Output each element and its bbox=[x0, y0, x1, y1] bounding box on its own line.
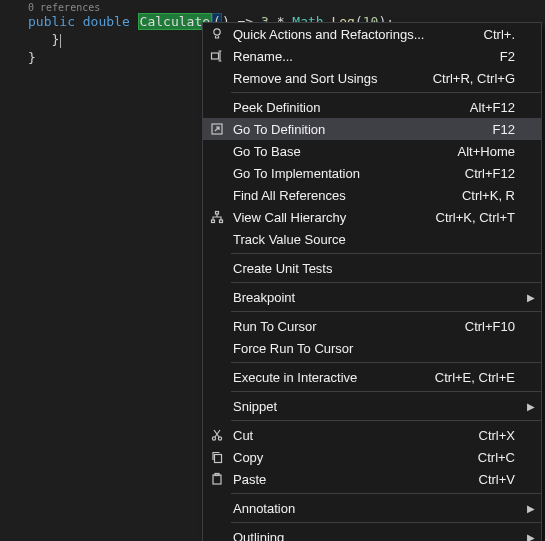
menu-item-find-all-references[interactable]: Find All ReferencesCtrl+K, R bbox=[203, 184, 541, 206]
menu-item-shortcut: Ctrl+K, R bbox=[462, 188, 527, 203]
menu-item-peek-definition[interactable]: Peek DefinitionAlt+F12 bbox=[203, 96, 541, 118]
menu-item-label: Peek Definition bbox=[231, 100, 470, 115]
menu-item-label: Copy bbox=[231, 450, 478, 465]
menu-item-label: Force Run To Cursor bbox=[231, 341, 515, 356]
menu-item-shortcut: Ctrl+R, Ctrl+G bbox=[433, 71, 527, 86]
menu-item-label: Track Value Source bbox=[231, 232, 515, 247]
menu-item-shortcut: Alt+F12 bbox=[470, 100, 527, 115]
menu-item-annotation[interactable]: Annotation▶ bbox=[203, 497, 541, 519]
menu-item-copy[interactable]: CopyCtrl+C bbox=[203, 446, 541, 468]
menu-item-label: Breakpoint bbox=[231, 290, 515, 305]
menu-separator bbox=[231, 391, 541, 392]
menu-item-paste[interactable]: PasteCtrl+V bbox=[203, 468, 541, 490]
menu-item-label: Rename... bbox=[231, 49, 500, 64]
svg-point-0 bbox=[214, 29, 220, 35]
menu-item-shortcut: Ctrl+E, Ctrl+E bbox=[435, 370, 527, 385]
menu-separator bbox=[231, 282, 541, 283]
menu-item-shortcut: Ctrl+K, Ctrl+T bbox=[436, 210, 527, 225]
menu-item-shortcut: F2 bbox=[500, 49, 527, 64]
submenu-arrow-icon: ▶ bbox=[527, 292, 541, 303]
menu-item-shortcut: Alt+Home bbox=[458, 144, 527, 159]
menu-item-go-to-implementation[interactable]: Go To ImplementationCtrl+F12 bbox=[203, 162, 541, 184]
menu-item-rename[interactable]: Rename...F2 bbox=[203, 45, 541, 67]
svg-rect-4 bbox=[212, 220, 215, 223]
menu-item-label: Go To Definition bbox=[231, 122, 493, 137]
menu-item-shortcut: F12 bbox=[493, 122, 527, 137]
svg-rect-3 bbox=[216, 212, 219, 215]
menu-separator bbox=[231, 92, 541, 93]
menu-item-label: Quick Actions and Refactorings... bbox=[231, 27, 484, 42]
menu-item-label: Run To Cursor bbox=[231, 319, 465, 334]
menu-item-shortcut: Ctrl+C bbox=[478, 450, 527, 465]
context-menu: Quick Actions and Refactorings...Ctrl+.R… bbox=[202, 22, 542, 541]
menu-item-label: Cut bbox=[231, 428, 479, 443]
menu-separator bbox=[231, 311, 541, 312]
paste-icon bbox=[203, 472, 231, 486]
codelens-references[interactable]: 0 references bbox=[0, 0, 545, 13]
menu-item-shortcut: Ctrl+. bbox=[484, 27, 527, 42]
menu-item-shortcut: Ctrl+F10 bbox=[465, 319, 527, 334]
menu-item-go-to-definition[interactable]: Go To DefinitionF12 bbox=[203, 118, 541, 140]
menu-item-remove-and-sort-usings[interactable]: Remove and Sort UsingsCtrl+R, Ctrl+G bbox=[203, 67, 541, 89]
svg-rect-9 bbox=[213, 475, 221, 484]
menu-item-label: Outlining bbox=[231, 530, 515, 542]
submenu-arrow-icon: ▶ bbox=[527, 532, 541, 542]
submenu-arrow-icon: ▶ bbox=[527, 503, 541, 514]
menu-separator bbox=[231, 253, 541, 254]
menu-item-go-to-base[interactable]: Go To BaseAlt+Home bbox=[203, 140, 541, 162]
menu-item-label: Create Unit Tests bbox=[231, 261, 515, 276]
svg-rect-1 bbox=[212, 53, 219, 59]
menu-item-label: View Call Hierarchy bbox=[231, 210, 436, 225]
menu-item-quick-actions-and-refactorings[interactable]: Quick Actions and Refactorings...Ctrl+. bbox=[203, 23, 541, 45]
menu-separator bbox=[231, 522, 541, 523]
menu-item-force-run-to-cursor[interactable]: Force Run To Cursor bbox=[203, 337, 541, 359]
bulb-icon bbox=[203, 27, 231, 41]
svg-point-6 bbox=[212, 437, 215, 440]
menu-item-label: Go To Base bbox=[231, 144, 458, 159]
submenu-arrow-icon: ▶ bbox=[527, 401, 541, 412]
menu-item-label: Go To Implementation bbox=[231, 166, 465, 181]
menu-item-execute-in-interactive[interactable]: Execute in InteractiveCtrl+E, Ctrl+E bbox=[203, 366, 541, 388]
menu-item-shortcut: Ctrl+F12 bbox=[465, 166, 527, 181]
cut-icon bbox=[203, 428, 231, 442]
menu-separator bbox=[231, 362, 541, 363]
copy-icon bbox=[203, 450, 231, 464]
menu-item-shortcut: Ctrl+V bbox=[479, 472, 527, 487]
menu-item-outlining[interactable]: Outlining▶ bbox=[203, 526, 541, 541]
svg-point-7 bbox=[218, 437, 221, 440]
menu-item-label: Remove and Sort Usings bbox=[231, 71, 433, 86]
menu-item-label: Annotation bbox=[231, 501, 515, 516]
menu-item-shortcut: Ctrl+X bbox=[479, 428, 527, 443]
menu-item-snippet[interactable]: Snippet▶ bbox=[203, 395, 541, 417]
goto-icon bbox=[203, 122, 231, 136]
svg-rect-8 bbox=[215, 455, 222, 463]
method-name-highlight: Calculate bbox=[138, 13, 212, 30]
rename-icon bbox=[203, 49, 231, 63]
menu-item-view-call-hierarchy[interactable]: View Call HierarchyCtrl+K, Ctrl+T bbox=[203, 206, 541, 228]
menu-separator bbox=[231, 493, 541, 494]
menu-item-run-to-cursor[interactable]: Run To CursorCtrl+F10 bbox=[203, 315, 541, 337]
menu-separator bbox=[231, 420, 541, 421]
menu-item-label: Find All References bbox=[231, 188, 462, 203]
menu-item-breakpoint[interactable]: Breakpoint▶ bbox=[203, 286, 541, 308]
menu-item-label: Paste bbox=[231, 472, 479, 487]
menu-item-create-unit-tests[interactable]: Create Unit Tests bbox=[203, 257, 541, 279]
hierarchy-icon bbox=[203, 210, 231, 224]
menu-item-label: Execute in Interactive bbox=[231, 370, 435, 385]
text-caret bbox=[60, 34, 61, 48]
svg-rect-5 bbox=[220, 220, 223, 223]
menu-item-track-value-source[interactable]: Track Value Source bbox=[203, 228, 541, 250]
menu-item-cut[interactable]: CutCtrl+X bbox=[203, 424, 541, 446]
menu-item-label: Snippet bbox=[231, 399, 515, 414]
